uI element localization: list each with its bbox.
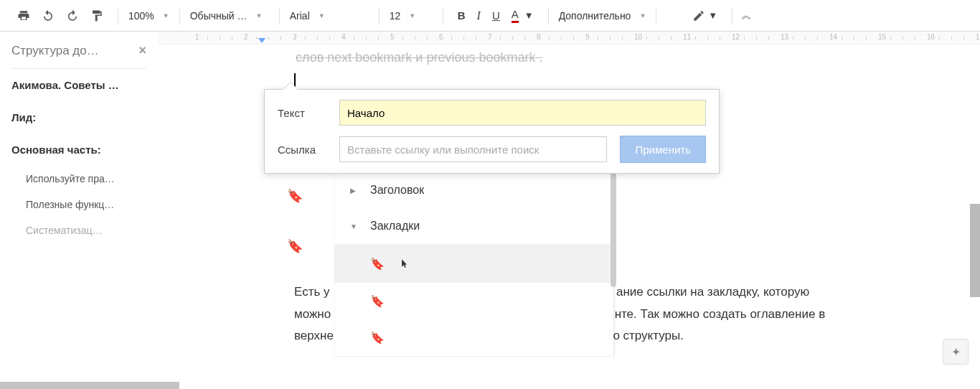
print-button[interactable] <box>11 5 36 27</box>
caret-down-icon: ▼ <box>524 10 534 21</box>
ruler-number: 1 <box>195 33 199 41</box>
suggestion-bookmarks-group[interactable]: ▼ Закладки <box>334 208 613 244</box>
horizontal-ruler[interactable]: 1234567891011121314151617 <box>158 32 980 44</box>
outline-subitem[interactable]: Используйте пра… <box>11 166 146 192</box>
bold-icon: B <box>458 9 466 22</box>
ruler-number: 15 <box>878 33 886 41</box>
bookmark-icon[interactable]: 🔖 <box>287 238 303 254</box>
heading-group-label: Заголовок <box>370 184 424 197</box>
vertical-scrollbar[interactable] <box>970 204 980 297</box>
edit-mode-button[interactable]: ▼ <box>687 5 723 27</box>
bookmarks-group-label: Закладки <box>370 220 420 233</box>
ruler-number: 8 <box>537 33 541 41</box>
outline-item[interactable]: Основная часть: <box>11 133 146 166</box>
italic-icon: I <box>477 9 481 22</box>
print-icon <box>17 9 30 22</box>
ruler-number: 12 <box>732 33 740 41</box>
outline-header: Структура до… × <box>11 43 146 69</box>
underline-icon: U <box>492 9 500 22</box>
paint-format-button[interactable] <box>85 5 109 27</box>
bookmark-icon[interactable]: 🔖 <box>287 188 303 204</box>
bookmark-suggestion-item[interactable]: 🔖 <box>334 319 613 356</box>
ruler-number: 17 <box>976 33 980 41</box>
bold-button[interactable]: B <box>452 5 471 26</box>
ruler-number: 6 <box>439 33 443 41</box>
redo-icon <box>66 9 79 22</box>
more-tools-dropdown[interactable]: Дополнительно▼ <box>552 6 654 26</box>
link-url-label: Ссылка <box>278 144 326 156</box>
caret-down-icon: ▼ <box>256 12 263 19</box>
link-url-input[interactable] <box>339 136 607 162</box>
triangle-right-icon: ▶ <box>350 187 359 194</box>
caret-down-icon: ▼ <box>163 12 169 19</box>
fontsize-dropdown[interactable]: 12▼ <box>382 6 440 26</box>
text-color-icon: A <box>512 8 519 23</box>
bookmark-suggestion-item[interactable]: 🔖 <box>334 283 613 319</box>
zoom-dropdown[interactable]: 100%▼ <box>121 6 176 26</box>
underline-button[interactable]: U <box>486 5 506 26</box>
style-dropdown[interactable]: Обычный …▼ <box>183 6 276 26</box>
ruler-number: 9 <box>585 33 590 41</box>
ruler-number: 3 <box>293 33 297 41</box>
outline-item[interactable]: Акимова. Советы … <box>11 69 146 101</box>
outline-title: Структура до… <box>11 44 99 58</box>
partial-text-top: слов next bookmark и previous bookmark . <box>296 50 542 65</box>
outline-subitem[interactable]: Полезные функц… <box>11 192 146 217</box>
dropdown-scrollbar[interactable] <box>611 172 616 287</box>
ruler-number: 14 <box>829 33 837 41</box>
outline-subitem[interactable]: Систематизац… <box>11 217 146 243</box>
italic-button[interactable]: I <box>471 5 486 27</box>
bookmark-icon: 🔖 <box>370 257 385 271</box>
apply-link-button[interactable]: Применить <box>620 136 706 163</box>
bookmark-icon: 🔖 <box>370 294 385 308</box>
undo-button[interactable] <box>36 5 60 27</box>
collapse-toolbar-button[interactable]: ︽ <box>735 4 758 27</box>
caret-down-icon: ▼ <box>409 12 415 19</box>
bookmark-suggestion-item[interactable]: 🔖 <box>334 244 613 283</box>
caret-down-icon: ▼ <box>708 10 717 21</box>
horizontal-scrollbar[interactable] <box>0 382 179 389</box>
chevron-up-double-icon: ︽ <box>741 9 752 22</box>
undo-icon <box>42 9 55 22</box>
zoom-value: 100% <box>128 10 154 22</box>
ruler-number: 13 <box>781 33 788 41</box>
ruler-number: 16 <box>927 33 935 41</box>
toolbar: 100%▼ Обычный …▼ Arial▼ 12▼ B I U A▼ Доп… <box>0 0 980 32</box>
redo-button[interactable] <box>60 5 85 27</box>
outline-item[interactable]: Лид: <box>11 101 146 133</box>
paint-roller-icon <box>90 9 103 22</box>
explore-button[interactable]: ✦ <box>943 339 969 365</box>
cursor-pointer-icon <box>399 257 409 273</box>
ruler-number: 10 <box>634 33 642 41</box>
text-color-button[interactable]: A▼ <box>506 4 540 27</box>
link-suggestions-dropdown: ▶ Заголовок ▼ Закладки 🔖 🔖 🔖 <box>334 172 613 356</box>
bookmark-icon: 🔖 <box>370 331 385 345</box>
document-outline-panel: Структура до… × Акимова. Советы … Лид: О… <box>0 32 158 383</box>
ruler-number: 5 <box>390 33 395 41</box>
ruler-number: 7 <box>488 33 492 41</box>
ruler-number: 11 <box>683 33 691 41</box>
caret-down-icon: ▼ <box>639 12 646 19</box>
caret-down-icon: ▼ <box>319 12 325 19</box>
triangle-down-icon: ▼ <box>350 222 359 230</box>
style-value: Обычный … <box>190 10 248 22</box>
diamond-plus-icon: ✦ <box>951 345 961 359</box>
link-text-label: Текст <box>278 107 326 119</box>
insert-link-dialog: Текст Ссылка Применить <box>264 89 720 174</box>
fontsize-value: 12 <box>390 10 401 22</box>
close-outline-button[interactable]: × <box>138 43 146 58</box>
pencil-icon <box>692 9 705 22</box>
ruler-number: 2 <box>244 33 248 41</box>
ruler-number: 4 <box>341 33 346 41</box>
font-dropdown[interactable]: Arial▼ <box>283 6 376 26</box>
more-label: Дополнительно <box>559 10 631 22</box>
font-value: Arial <box>290 10 310 22</box>
link-text-input[interactable] <box>339 100 706 126</box>
indent-marker-icon[interactable] <box>258 38 265 43</box>
suggestion-heading-group[interactable]: ▶ Заголовок <box>334 172 613 208</box>
